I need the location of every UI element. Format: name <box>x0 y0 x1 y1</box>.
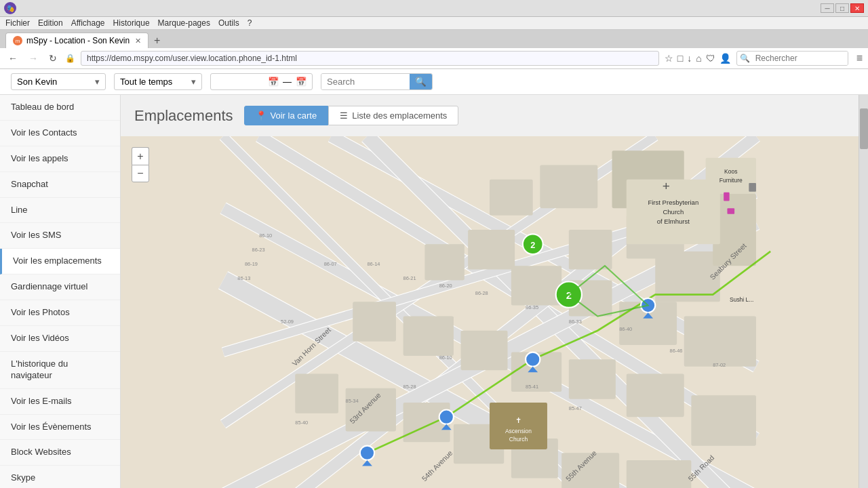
svg-text:First Presbyterian: First Presbyterian <box>648 199 698 206</box>
zoom-in-button[interactable]: + <box>132 147 149 165</box>
sidebar-item-voir-emplacements[interactable]: Voir les emplacements <box>0 249 120 274</box>
svg-rect-28 <box>425 244 464 280</box>
sidebar-item-voir-photos[interactable]: Voir les Photos <box>0 300 120 326</box>
maximize-btn[interactable]: □ <box>835 3 849 13</box>
user-icon[interactable]: 👤 <box>719 53 731 64</box>
calendar-start-icon[interactable]: 📅 <box>268 77 279 87</box>
map-pin-icon: 📍 <box>256 110 267 121</box>
sidebar-item-voir-sms[interactable]: Voir les SMS <box>0 223 120 249</box>
close-btn[interactable]: ✕ <box>850 3 864 13</box>
search-input[interactable] <box>753 52 848 65</box>
svg-text:86-10: 86-10 <box>439 354 452 361</box>
scrollbar[interactable] <box>859 95 868 488</box>
sidebar-item-gardiennage-virtuel[interactable]: Gardiennage virtuel <box>0 274 120 300</box>
svg-point-89 <box>439 410 454 424</box>
sidebar-item-voir-evenements[interactable]: Voir les Évènements <box>0 415 120 441</box>
menu-help[interactable]: ? <box>248 18 252 28</box>
person-selector[interactable]: Son Kevin ▾ <box>11 73 106 90</box>
new-tab-button[interactable]: + <box>150 33 164 48</box>
map-container[interactable]: ✝ Ascension Church First Presbyterian Ch… <box>121 136 859 488</box>
svg-rect-40 <box>691 395 756 445</box>
download-icon[interactable]: ↓ <box>687 53 692 64</box>
date-range-picker[interactable]: 📅 — 📅 <box>210 73 313 90</box>
sidebar-label: Voir les Photos <box>11 307 70 317</box>
menu-historique[interactable]: Historique <box>113 18 150 28</box>
app-body: Tableau de bord Voir les Contacts Voir l… <box>0 95 868 488</box>
bookmark-icon[interactable]: ☆ <box>665 53 673 64</box>
address-bar: ← → ↻ 🔒 ☆ □ ↓ ⌂ 🛡 👤 🔍 ≡ <box>0 48 868 69</box>
time-range-label: Tout le temps <box>120 77 172 87</box>
toolbar-icons: ☆ □ ↓ ⌂ 🛡 👤 <box>665 53 731 64</box>
svg-text:85-28: 85-28 <box>403 384 416 390</box>
svg-rect-29 <box>468 230 515 269</box>
menu-edition[interactable]: Edition <box>38 18 63 28</box>
svg-text:✝: ✝ <box>515 416 521 424</box>
zoom-out-button[interactable]: − <box>132 165 149 182</box>
date-start-input[interactable] <box>216 77 264 87</box>
svg-text:Furniture: Furniture <box>719 177 743 184</box>
tab-bar: m mSpy - Location - Son Kevin ✕ + <box>0 30 868 48</box>
refresh-button[interactable]: ↻ <box>46 52 60 65</box>
app-search-input[interactable] <box>321 74 410 89</box>
svg-text:86-14: 86-14 <box>367 261 380 267</box>
hamburger-icon[interactable]: ≡ <box>856 52 863 64</box>
tab-close-icon[interactable]: ✕ <box>135 37 141 45</box>
svg-text:86-13: 86-13 <box>237 275 250 281</box>
svg-rect-41 <box>295 373 338 413</box>
tab-favicon: m <box>13 36 22 45</box>
menu-affichage[interactable]: Affichage <box>71 18 105 28</box>
svg-text:52-09: 52-09 <box>281 319 294 325</box>
shield-icon[interactable]: 🛡 <box>706 53 715 64</box>
svg-text:+: + <box>663 179 670 193</box>
list-icon: ☰ <box>340 110 348 121</box>
svg-text:Church: Church <box>509 436 528 443</box>
sidebar-item-tableau-de-bord[interactable]: Tableau de bord <box>0 95 120 121</box>
sidebar-item-block-websites[interactable]: Block Websites <box>0 440 120 466</box>
svg-rect-102 <box>749 183 756 192</box>
svg-text:86-23: 86-23 <box>252 247 265 253</box>
time-range-selector[interactable]: Tout le temps ▾ <box>114 73 202 90</box>
sidebar-item-line[interactable]: Line <box>0 198 120 224</box>
content-header: Emplacements 📍 Voir la carte ☰ Liste des… <box>121 95 859 136</box>
dropdown-arrow-icon: ▾ <box>95 77 100 87</box>
app-search-button[interactable]: 🔍 <box>410 74 432 89</box>
sidebar-item-voir-videos[interactable]: Voir les Vidéos <box>0 326 120 352</box>
sidebar-item-voir-emails[interactable]: Voir les E-mails <box>0 389 120 415</box>
app-wrapper: Son Kevin ▾ Tout le temps ▾ 📅 — 📅 🔍 Tabl… <box>0 69 868 488</box>
view-map-label: Voir la carte <box>271 110 317 121</box>
view-buttons: 📍 Voir la carte ☰ Liste des emplacements <box>244 106 459 125</box>
calendar-end-icon[interactable]: 📅 <box>296 77 307 87</box>
sidebar-item-voir-appels[interactable]: Voir les appels <box>0 146 120 172</box>
menu-outils[interactable]: Outils <box>218 18 239 28</box>
sidebar-item-voir-contacts[interactable]: Voir les Contacts <box>0 121 120 146</box>
url-input[interactable] <box>81 51 659 66</box>
minimize-btn[interactable]: ─ <box>821 3 834 13</box>
sidebar-item-snapchat[interactable]: Snapchat <box>0 172 120 198</box>
scroll-thumb[interactable] <box>860 108 868 149</box>
menu-fichier[interactable]: Fichier <box>5 18 30 28</box>
home-icon[interactable]: ⌂ <box>696 53 701 64</box>
back-button[interactable]: ← <box>5 52 20 65</box>
svg-point-87 <box>360 446 374 460</box>
svg-rect-101 <box>727 208 734 214</box>
menu-bar: Fichier Edition Affichage Historique Mar… <box>0 17 868 30</box>
view-list-button[interactable]: ☰ Liste des emplacements <box>328 106 458 125</box>
active-tab[interactable]: m mSpy - Location - Son Kevin ✕ <box>5 33 149 48</box>
screenshot-icon[interactable]: □ <box>677 53 683 64</box>
view-map-button[interactable]: 📍 Voir la carte <box>244 106 329 125</box>
sidebar-label: Voir les emplacements <box>13 256 102 266</box>
menu-marque-pages[interactable]: Marque-pages <box>158 18 210 28</box>
svg-rect-34 <box>353 302 396 341</box>
sidebar-item-historique-navigateur[interactable]: L'historique du navigateur <box>0 352 120 389</box>
forward-button[interactable]: → <box>26 52 41 65</box>
app-search-box[interactable]: 🔍 <box>321 73 433 90</box>
tab-title: mSpy - Location - Son Kevin <box>26 36 130 45</box>
svg-text:86-21: 86-21 <box>403 275 416 281</box>
svg-text:85-34: 85-34 <box>346 398 359 404</box>
sidebar-label: Voir les Contacts <box>11 127 77 138</box>
sidebar-label: L'historique du navigateur <box>11 359 68 380</box>
search-box[interactable]: 🔍 <box>736 51 848 66</box>
sidebar-label: Tableau de bord <box>11 102 74 112</box>
sidebar-item-skype[interactable]: Skype <box>0 466 120 488</box>
svg-text:86-20: 86-20 <box>439 283 452 289</box>
